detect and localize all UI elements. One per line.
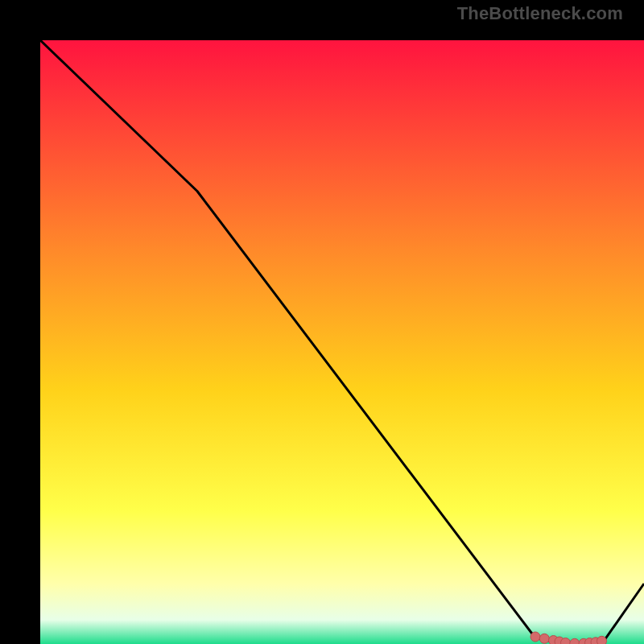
optimum-marker (597, 636, 607, 644)
optimum-marker (539, 634, 549, 643)
attribution-label: TheBottleneck.com (457, 3, 623, 24)
optimum-marker (561, 638, 571, 645)
bottleneck-chart (40, 40, 644, 644)
chart-background (40, 40, 644, 644)
chart-frame (20, 20, 624, 624)
optimum-marker (530, 632, 540, 642)
